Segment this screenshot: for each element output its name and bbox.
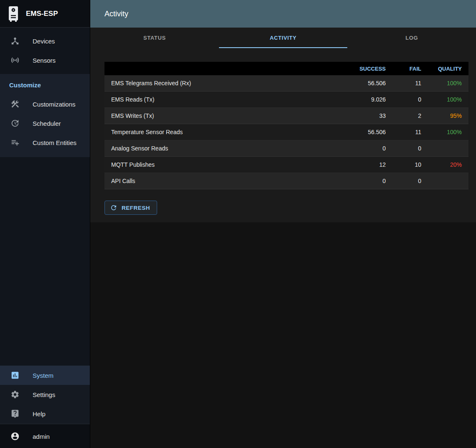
refresh-icon: [110, 204, 117, 211]
sidebar-item-label: admin: [33, 433, 50, 440]
table-row: EMS Telegrams Received (Rx)56.50611100%: [104, 75, 468, 92]
refresh-button[interactable]: REFRESH: [104, 201, 157, 215]
table-body: EMS Telegrams Received (Rx)56.50611100%E…: [104, 75, 468, 189]
sidebar-nav: Devices Sensors: [0, 28, 90, 70]
app-title: EMS-ESP: [26, 10, 58, 18]
row-name-cell: EMS Reads (Tx): [104, 96, 335, 103]
customize-section-label: Customize: [0, 77, 90, 94]
table-header-success: SUCCESS: [335, 66, 389, 72]
sidebar-item-label: Custom Entities: [33, 139, 76, 146]
sidebar-item-label: Help: [33, 410, 46, 417]
row-quality-cell: 100%: [425, 80, 468, 87]
row-success-cell: 56.506: [335, 80, 389, 87]
row-fail-cell: 11: [389, 80, 425, 87]
sidebar-item-label: Scheduler: [33, 120, 61, 127]
row-fail-cell: 0: [389, 178, 425, 184]
row-success-cell: 56.506: [335, 129, 389, 135]
sidebar-item-label: Settings: [33, 391, 55, 398]
row-fail-cell: 0: [389, 96, 425, 103]
sidebar-item-label: Customizations: [33, 101, 76, 108]
sidebar-item-admin[interactable]: admin: [0, 427, 90, 446]
table-row: Analog Sensor Reads00: [104, 140, 468, 157]
activity-table: SUCCESS FAIL QUALITY EMS Telegrams Recei…: [104, 62, 468, 189]
refresh-button-label: REFRESH: [122, 205, 150, 211]
gear-icon: [10, 389, 20, 400]
row-quality-cell: 95%: [425, 112, 468, 119]
sidebar-item-sensors[interactable]: Sensors: [0, 51, 90, 70]
sidebar-item-settings[interactable]: Settings: [0, 385, 90, 404]
table-row: EMS Reads (Tx)9.0260100%: [104, 92, 468, 108]
table-row: Temperature Sensor Reads56.50611100%: [104, 124, 468, 140]
sidebar: EMS-ESP Devices Sensors Customize Custom…: [0, 0, 90, 448]
playlist-add-icon: [10, 137, 20, 148]
row-success-cell: 0: [335, 145, 389, 152]
sidebar-item-devices[interactable]: Devices: [0, 31, 90, 51]
row-success-cell: 0: [335, 178, 389, 184]
table-header-quality: QUALITY: [425, 66, 468, 72]
table-row: EMS Writes (Tx)33295%: [104, 108, 468, 124]
row-quality-cell: 20%: [425, 161, 468, 168]
sensors-icon: [10, 55, 20, 65]
tab-bar: STATUS ACTIVITY LOG: [90, 28, 476, 48]
main-area: Activity STATUS ACTIVITY LOG SUCCESS FAI…: [90, 0, 476, 448]
sidebar-item-label: System: [33, 372, 53, 379]
tab-activity[interactable]: ACTIVITY: [219, 28, 348, 48]
row-fail-cell: 0: [389, 145, 425, 152]
tab-status[interactable]: STATUS: [90, 28, 219, 48]
row-name-cell: EMS Telegrams Received (Rx): [104, 80, 335, 87]
help-icon: [10, 409, 20, 419]
customize-section: Customize Customizations Scheduler Custo…: [0, 74, 90, 157]
row-fail-cell: 11: [389, 129, 425, 135]
account-circle-icon: [10, 431, 20, 441]
row-name-cell: Temperature Sensor Reads: [104, 129, 335, 135]
row-success-cell: 9.026: [335, 96, 389, 103]
assessment-icon: [10, 370, 20, 380]
row-name-cell: EMS Writes (Tx): [104, 112, 335, 119]
schedule-update-icon: [10, 118, 20, 128]
sidebar-item-label: Devices: [33, 38, 55, 45]
app-logo-icon: [8, 6, 19, 22]
row-quality-cell: 100%: [425, 129, 468, 135]
row-quality-cell: 100%: [425, 96, 468, 103]
sidebar-bottom-section: System Settings Help: [0, 365, 90, 424]
device-hub-icon: [10, 36, 20, 46]
content-panel: STATUS ACTIVITY LOG SUCCESS FAIL QUALITY…: [90, 28, 476, 222]
sidebar-item-customizations[interactable]: Customizations: [0, 94, 90, 114]
table-header-fail: FAIL: [389, 66, 425, 72]
sidebar-item-system[interactable]: System: [0, 366, 90, 385]
sidebar-item-help[interactable]: Help: [0, 404, 90, 423]
row-fail-cell: 2: [389, 112, 425, 119]
table-header-row: SUCCESS FAIL QUALITY: [104, 62, 468, 75]
row-name-cell: API Calls: [104, 178, 335, 184]
construction-icon: [10, 99, 20, 109]
row-success-cell: 12: [335, 161, 389, 168]
table-row: API Calls00: [104, 173, 468, 189]
sidebar-item-custom-entities[interactable]: Custom Entities: [0, 133, 90, 152]
sidebar-item-label: Sensors: [33, 57, 56, 64]
sidebar-item-scheduler[interactable]: Scheduler: [0, 114, 90, 133]
row-name-cell: Analog Sensor Reads: [104, 145, 335, 152]
row-fail-cell: 10: [389, 161, 425, 168]
app-header: EMS-ESP: [0, 0, 90, 28]
activity-content: SUCCESS FAIL QUALITY EMS Telegrams Recei…: [90, 48, 476, 215]
sidebar-user-section: admin: [0, 424, 90, 448]
row-name-cell: MQTT Publishes: [104, 161, 335, 168]
tab-log[interactable]: LOG: [347, 28, 476, 48]
row-success-cell: 33: [335, 112, 389, 119]
page-title: Activity: [104, 10, 128, 18]
table-row: MQTT Publishes121020%: [104, 157, 468, 173]
topbar: Activity: [90, 0, 476, 28]
